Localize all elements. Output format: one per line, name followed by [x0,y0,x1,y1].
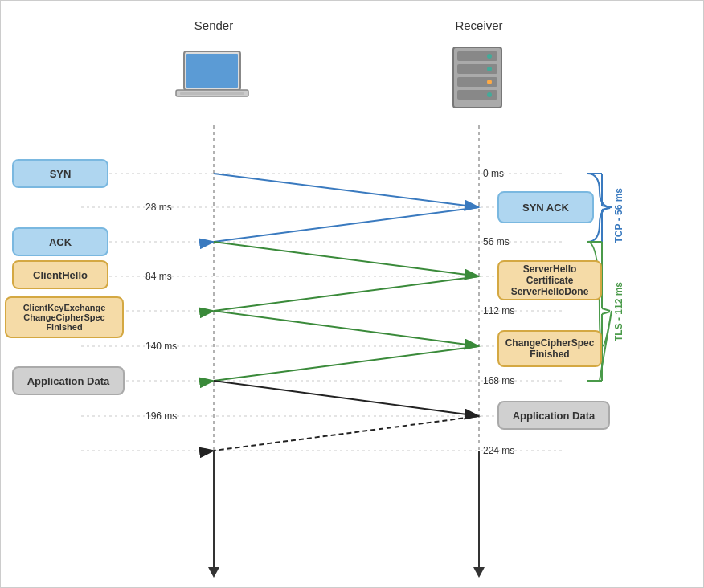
time-0ms: 0 ms [483,168,504,179]
client-hello-box: ClientHello [12,260,108,289]
svg-point-51 [487,67,492,71]
time-168ms: 168 ms [483,375,514,386]
sender-label: Sender [158,18,270,32]
svg-line-32 [602,208,610,210]
svg-line-19 [214,242,479,276]
time-84ms: 84 ms [145,271,172,282]
time-224ms: 224 ms [483,445,514,456]
syn-box: SYN [12,159,108,188]
svg-line-21 [214,311,479,346]
svg-line-20 [214,276,479,311]
syn-ack-box: SYN ACK [497,191,594,223]
ack-box: ACK [12,227,108,256]
svg-point-52 [487,80,492,84]
svg-line-23 [214,381,479,416]
app-data-receiver-box: Application Data [497,401,610,430]
diagram: Sender Receiver 0 ms [0,0,704,588]
svg-marker-26 [208,567,219,578]
time-140ms: 140 ms [145,341,177,352]
svg-marker-28 [473,567,485,578]
tls-label: TLS - 112 ms [613,282,624,341]
svg-point-50 [487,54,492,59]
svg-rect-44 [180,92,244,95]
sender-icon [160,37,264,121]
svg-line-31 [602,206,610,207]
change-cipher-finished-box: ChangeCipherSpec Finished [497,330,602,367]
receiver-label: Receiver [423,18,535,32]
receiver-icon [425,37,530,121]
svg-line-22 [214,346,479,381]
svg-rect-42 [186,54,238,88]
time-28ms: 28 ms [145,202,172,213]
svg-line-18 [214,207,479,242]
svg-line-24 [214,416,479,451]
time-112ms: 112 ms [483,305,514,316]
svg-line-17 [214,174,479,207]
server-hello-box: ServerHello Certificate ServerHelloDone [497,260,602,300]
svg-point-53 [487,92,492,97]
svg-line-38 [602,312,610,314]
tcp-label: TCP - 56 ms [613,188,624,243]
time-196ms: 196 ms [145,410,177,422]
time-56ms: 56 ms [483,236,510,247]
svg-line-37 [602,308,610,311]
client-key-exchange-box: ClientKeyExchange ChangeCipherSpec Finis… [5,296,124,338]
app-data-sender-box: Application Data [12,366,125,395]
